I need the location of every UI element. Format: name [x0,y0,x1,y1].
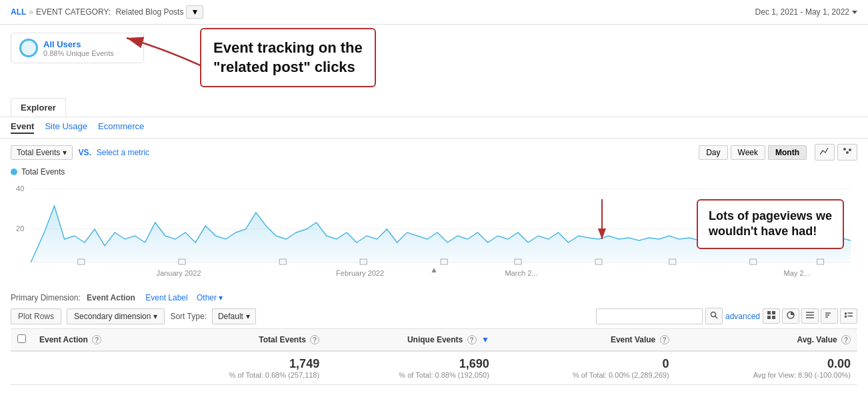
th-unique-events: Unique Events ? ▼ [326,329,496,352]
svg-point-3 [849,149,851,151]
total-events-value: 1,749 [163,357,319,371]
scatter-chart-icon[interactable] [837,144,857,161]
sort-dropdown[interactable]: Default ▾ [212,308,256,324]
svg-text:20: 20 [16,224,24,232]
secondary-dim-dropdown[interactable]: Secondary dimension ▾ [67,308,165,324]
plot-rows-button[interactable]: Plot Rows [11,308,61,324]
tab-explorer[interactable]: Explorer [11,98,66,117]
svg-rect-42 [848,316,853,317]
primary-dim-label: Primary Dimension: [11,293,81,302]
avg-value-cell: 0.00 Avg for View: 8.90 (-100.00%) [676,351,857,385]
event-value-value: 0 [503,357,669,371]
th-avg-value-help[interactable]: ? [841,335,851,344]
callout-text-1: Event tracking on the "related post" cli… [213,39,363,75]
svg-rect-28 [767,311,771,314]
avg-value-value: 0.00 [683,357,851,371]
search-icon [710,311,718,319]
event-category-dropdown[interactable]: ▼ [186,5,203,19]
segment-sub: 0.88% Unique Events [43,49,114,57]
event-value-cell: 0 % of Total: 0.00% (2,289,269) [496,351,676,385]
total-checkbox-cell [11,351,33,385]
unique-events-value: 1,690 [333,357,489,371]
th-event-action-help[interactable]: ? [92,335,101,344]
view-pie-icon[interactable] [782,308,799,324]
th-total-events: Total Events ? [156,329,326,352]
svg-point-1 [843,148,846,151]
total-label-cell [33,351,156,385]
event-category-label: EVENT CATEGORY: Related Blog Posts [36,7,183,17]
th-event-value: Event Value ? [496,329,676,352]
view-table-icon[interactable] [763,308,780,324]
svg-text:February 2022: February 2022 [336,269,384,277]
sub-tab-event[interactable]: Event [11,121,34,134]
sub-tab-ecommerce[interactable]: Ecommerce [98,121,144,134]
chart-controls: Total Events ▾ VS. Select a metric Day W… [0,139,868,166]
unique-events-cell: 1,690 % of Total: 0.88% (192,050) [326,351,496,385]
chart-area: Total Events Lots of pageviews we wouldn… [0,166,868,289]
th-event-value-help[interactable]: ? [660,335,669,344]
period-month[interactable]: Month [768,145,807,160]
th-unique-events-help[interactable]: ? [467,335,477,344]
all-link[interactable]: ALL [11,7,26,17]
date-range[interactable]: Dec 1, 2021 - May 1, 2022 [755,7,857,17]
view-more-icon[interactable] [840,308,857,324]
sub-tab-site-usage[interactable]: Site Usage [45,121,87,134]
table-toolbar: Plot Rows Secondary dimension ▾ Sort Typ… [11,305,857,327]
view-sort-icon[interactable] [821,308,838,324]
other-dropdown[interactable]: Other ▾ [197,293,223,302]
svg-rect-41 [848,312,853,314]
sec-dim-arrow: ▾ [153,312,157,321]
segment-circle [19,39,38,57]
th-checkbox [11,329,33,352]
period-and-chart-type: Day Week Month [699,144,857,161]
line-chart-icon[interactable] [815,144,835,161]
primary-dim-row: Primary Dimension: Event Action Event La… [11,289,857,305]
table-header-row: Event Action ? Total Events ? Unique Eve… [11,329,857,352]
avg-value-pct: Avg for View: 8.90 (-100.00%) [753,371,851,379]
segment-name: All Users [43,39,114,49]
period-buttons: Day Week Month [699,145,807,160]
period-week[interactable]: Week [731,145,765,160]
select-metric-link[interactable]: Select a metric [97,148,149,157]
svg-rect-31 [772,316,775,319]
event-label-link[interactable]: Event Label [145,293,187,302]
chart-svg-container: Lots of pageviews we wouldn't have had! … [11,179,857,279]
svg-text:May 2...: May 2... [784,269,810,277]
tab-row: Explorer [0,98,868,117]
callout-box-1: Event tracking on the "related post" cli… [200,28,376,87]
svg-rect-30 [767,316,771,319]
vs-label: VS. [78,148,91,157]
other-arrow: ▾ [219,293,223,302]
total-events-cell: 1,749 % of Total: 0.68% (257,118) [156,351,326,385]
metric-dropdown[interactable]: Total Events ▾ [11,145,73,160]
th-event-action: Event Action ? [33,329,156,352]
legend-dot [11,169,17,175]
select-all-checkbox[interactable] [17,334,26,343]
search-button[interactable] [705,308,723,324]
table-section: Primary Dimension: Event Action Event La… [0,289,868,385]
svg-point-26 [711,312,715,317]
svg-text:March 2...: March 2... [505,269,537,277]
advanced-link[interactable]: advanced [725,312,760,321]
event-value-pct: % of Total: 0.00% (2,289,269) [573,371,669,379]
search-input[interactable] [596,308,703,324]
svg-rect-40 [845,316,847,318]
total-events-pct: % of Total: 0.68% (257,118) [229,371,320,379]
sort-arrow: ▾ [246,312,250,321]
callout-text-2: Lots of pageviews we wouldn't have had! [709,209,832,238]
th-total-events-help[interactable]: ? [310,335,319,344]
view-icons [763,308,857,324]
view-list-icon[interactable] [801,308,819,324]
svg-point-2 [846,151,849,154]
primary-dim-value: Event Action [87,293,135,302]
sort-arrow-unique: ▼ [481,335,489,344]
period-day[interactable]: Day [699,145,727,160]
sort-type-label: Sort Type: [170,312,206,321]
metric-selector: Total Events ▾ VS. Select a metric [11,145,149,160]
annotation-area: All Users 0.88% Unique Events Event trac… [0,25,868,98]
svg-text:40: 40 [16,185,24,193]
data-table: Event Action ? Total Events ? Unique Eve… [11,328,857,385]
date-range-arrow [852,11,857,14]
top-bar: ALL » EVENT CATEGORY: Related Blog Posts… [0,0,868,25]
svg-line-27 [715,316,717,319]
